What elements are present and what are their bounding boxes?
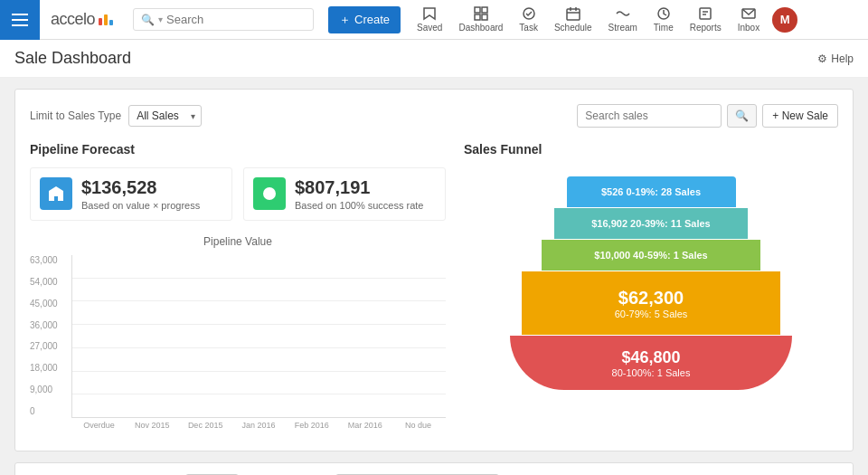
total-icon: $ — [253, 177, 286, 210]
x-labels: Overdue Nov 2015 Dec 2015 Jan 2016 Feb 2… — [71, 418, 446, 436]
limit-control: Limit to Sales Type All Sales — [30, 105, 202, 127]
nav-item-task[interactable]: Task — [512, 3, 545, 36]
funnel: $526 0-19%: 28 Sales $16,902 20-39%: 11 … — [497, 176, 805, 390]
help-icon: ⚙ — [817, 52, 827, 65]
pipeline-metric-info: $136,528 Based on value × progress — [81, 177, 200, 211]
y-label-0: 0 — [30, 406, 71, 416]
y-label-7: 63,000 — [30, 255, 71, 265]
nav-item-inbox[interactable]: Inbox — [731, 3, 767, 36]
nav-dashboard-label: Dashboard — [458, 23, 503, 33]
search-icon: 🔍 — [141, 14, 155, 26]
nav-time-label: Time — [654, 23, 674, 33]
create-label: Create — [354, 13, 390, 26]
nav-schedule-label: Schedule — [554, 23, 592, 33]
y-label-3: 27,000 — [30, 341, 71, 351]
x-label-dec: Dec 2015 — [182, 421, 230, 436]
nav-stream-label: Stream — [609, 23, 637, 33]
nav-item-reports[interactable]: Reports — [683, 3, 729, 36]
funnel-segment-1[interactable]: $526 0-19%: 28 Sales — [567, 176, 736, 207]
help-label: Help — [831, 52, 854, 65]
svg-rect-4 — [482, 14, 487, 20]
nav-item-schedule[interactable]: Schedule — [547, 3, 599, 36]
dashboard-card: Limit to Sales Type All Sales 🔍 + New Sa… — [14, 89, 854, 451]
sub-header: Sale Dashboard ⚙ Help — [0, 40, 868, 78]
bar-chart: 63,000 54,000 45,000 36,000 27,000 18,00… — [30, 255, 446, 436]
funnel-section: Sales Funnel $526 0-19%: 28 Sales $16,90… — [464, 142, 838, 436]
hamburger-button[interactable] — [0, 0, 40, 40]
x-label-nodue: No due — [394, 421, 442, 436]
y-label-5: 45,000 — [30, 299, 71, 309]
nav-inbox-label: Inbox — [738, 23, 760, 33]
x-label-jan: Jan 2016 — [235, 421, 283, 436]
funnel-segment-2-label: $16,902 20-39%: 11 Sales — [591, 218, 711, 229]
two-column-layout: Pipeline Forecast $136,528 Based on valu… — [30, 142, 838, 436]
help-button[interactable]: ⚙ Help — [817, 52, 854, 65]
bar-chart-container: Pipeline Value 63,000 54,000 45,000 36,0… — [30, 235, 446, 436]
hamburger-icon — [12, 14, 28, 26]
svg-rect-6 — [567, 9, 580, 20]
pipeline-value-card: $136,528 Based on value × progress — [30, 167, 232, 221]
svg-text:$: $ — [267, 189, 272, 199]
logo-text: accelo — [51, 10, 95, 29]
svg-rect-3 — [475, 14, 480, 20]
top-nav: accelo 🔍 ▾ ＋ Create Saved Dashboard Task… — [0, 0, 868, 40]
pipeline-metrics: $136,528 Based on value × progress $ $80… — [30, 167, 446, 221]
logo: accelo — [40, 10, 124, 29]
chart-title: Pipeline Value — [30, 235, 446, 248]
top-controls: Limit to Sales Type All Sales 🔍 + New Sa… — [30, 104, 838, 128]
limit-label: Limit to Sales Type — [30, 109, 121, 122]
performance-card: Performance Analyze by Staff Analyze per… — [14, 462, 854, 475]
svg-rect-1 — [475, 7, 480, 13]
x-label-mar: Mar 2016 — [341, 421, 389, 436]
funnel-segment-1-label: $526 0-19%: 28 Sales — [601, 186, 701, 197]
sales-type-select[interactable]: All Sales — [128, 105, 202, 127]
nav-task-label: Task — [519, 23, 538, 33]
nav-icons: Saved Dashboard Task Schedule Stream Tim… — [410, 3, 767, 36]
funnel-container: $526 0-19%: 28 Sales $16,902 20-39%: 11 … — [464, 167, 838, 390]
funnel-segment-5[interactable]: $46,800 80-100%: 1 Sales — [510, 336, 793, 390]
pipeline-value-note: Based on value × progress — [81, 200, 200, 211]
search-bar[interactable]: 🔍 ▾ — [133, 8, 314, 31]
nav-reports-label: Reports — [690, 23, 722, 33]
y-label-6: 54,000 — [30, 277, 71, 287]
search-sales-wrap: 🔍 + New Sale — [577, 104, 838, 128]
svg-rect-11 — [700, 8, 711, 19]
nav-item-saved[interactable]: Saved — [410, 3, 449, 36]
create-button[interactable]: ＋ Create — [328, 6, 401, 33]
y-label-4: 36,000 — [30, 320, 71, 330]
funnel-title: Sales Funnel — [464, 142, 838, 157]
pipeline-title: Pipeline Forecast — [30, 142, 446, 157]
logo-bars-icon — [99, 14, 113, 25]
avatar[interactable]: M — [772, 7, 797, 33]
y-label-2: 18,000 — [30, 363, 71, 373]
y-label-1: 9,000 — [30, 385, 71, 394]
search-sales-icon: 🔍 — [735, 109, 749, 122]
pipeline-section: Pipeline Forecast $136,528 Based on valu… — [30, 142, 446, 436]
search-input[interactable] — [166, 13, 293, 26]
svg-rect-2 — [482, 7, 487, 13]
svg-marker-0 — [424, 8, 435, 19]
new-sale-label: + New Sale — [772, 109, 828, 122]
funnel-segment-4[interactable]: $62,300 60-79%: 5 Sales — [522, 271, 780, 335]
search-dropdown-icon[interactable]: ▾ — [158, 14, 163, 24]
nav-item-time[interactable]: Time — [646, 3, 681, 36]
search-sales-input[interactable] — [577, 104, 722, 128]
funnel-segment-4-value: $62,300 — [615, 288, 688, 309]
create-plus-icon: ＋ — [339, 12, 351, 28]
nav-item-stream[interactable]: Stream — [601, 3, 645, 36]
main-content: Limit to Sales Type All Sales 🔍 + New Sa… — [0, 78, 868, 475]
funnel-segment-5-value: $46,800 — [612, 348, 691, 367]
pipeline-value: $136,528 — [81, 177, 200, 198]
x-label-nov: Nov 2015 — [128, 421, 176, 436]
new-sale-button[interactable]: + New Sale — [762, 104, 838, 128]
total-value-card: $ $807,191 Based on 100% success rate — [243, 167, 446, 221]
search-sales-button[interactable]: 🔍 — [727, 104, 757, 128]
total-value: $807,191 — [295, 177, 423, 198]
funnel-segment-2[interactable]: $16,902 20-39%: 11 Sales — [554, 208, 748, 239]
bars-row — [76, 255, 442, 417]
funnel-segment-3[interactable]: $10,000 40-59%: 1 Sales — [542, 240, 760, 271]
nav-item-dashboard[interactable]: Dashboard — [451, 3, 510, 36]
funnel-segment-5-text: $46,800 80-100%: 1 Sales — [612, 348, 691, 378]
bars-grid — [71, 255, 446, 418]
total-metric-info: $807,191 Based on 100% success rate — [295, 177, 423, 211]
